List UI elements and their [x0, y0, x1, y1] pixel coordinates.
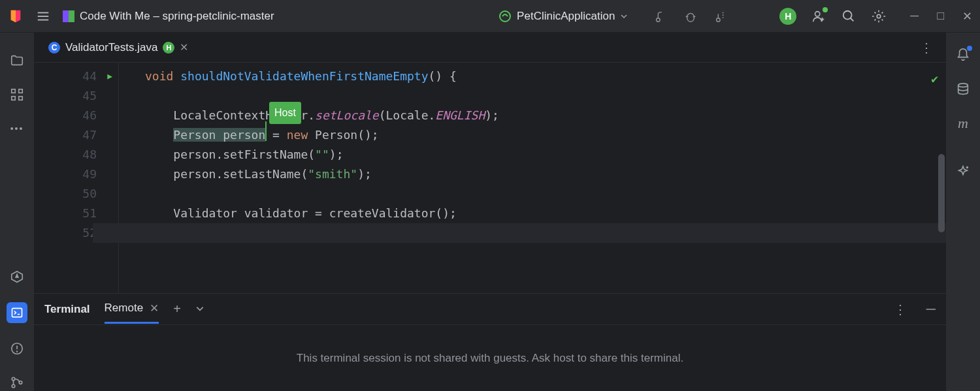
terminal-tab[interactable]: Remote ✕ — [105, 302, 159, 324]
line-number[interactable]: 44 — [34, 67, 119, 86]
svg-rect-23 — [19, 89, 23, 93]
svg-line-10 — [686, 16, 689, 17]
tab-more-icon[interactable]: ⋮ — [920, 40, 933, 55]
left-sidebar: ••• — [0, 33, 34, 391]
svg-rect-24 — [12, 97, 16, 101]
svg-point-15 — [723, 16, 724, 18]
svg-point-8 — [657, 18, 661, 22]
terminal-header: Terminal Remote ✕ + ⋮ ─ — [34, 294, 946, 325]
terminal-icon[interactable] — [7, 302, 27, 323]
close-button[interactable]: ✕ — [962, 9, 972, 23]
toolbar-run-icons — [653, 8, 728, 24]
window-controls: ─ □ ✕ — [910, 9, 972, 23]
terminal-panel: Terminal Remote ✕ + ⋮ ─ This terminal se… — [34, 293, 946, 391]
close-tab-icon[interactable]: ✕ — [180, 41, 188, 54]
close-terminal-tab-icon[interactable]: ✕ — [150, 302, 159, 315]
svg-point-13 — [723, 12, 724, 13]
maven-icon[interactable]: m — [955, 115, 972, 132]
code-editor[interactable]: 44 45 46 47 48 49 50 51 52 ✔ Host void s… — [34, 63, 946, 293]
svg-line-11 — [693, 16, 696, 17]
minimize-button[interactable]: ─ — [910, 9, 919, 23]
current-line-highlight — [93, 223, 946, 243]
more-run-icon[interactable] — [713, 8, 728, 24]
notifications-icon[interactable] — [955, 47, 972, 64]
svg-line-20 — [851, 18, 854, 21]
run-config-name: PetClinicApplication — [517, 10, 615, 23]
run-icon[interactable] — [653, 8, 668, 24]
svg-point-14 — [723, 14, 724, 16]
svg-point-33 — [12, 384, 15, 388]
more-tools-icon[interactable]: ••• — [8, 120, 25, 137]
svg-rect-25 — [19, 97, 23, 101]
svg-point-31 — [17, 351, 18, 352]
host-caret — [265, 121, 267, 141]
svg-point-36 — [967, 167, 968, 168]
user-avatar[interactable]: H — [779, 8, 796, 25]
line-number[interactable]: 47 — [34, 125, 119, 145]
spring-icon — [498, 10, 512, 23]
terminal-dropdown-icon[interactable] — [195, 302, 204, 317]
project-icon[interactable] — [8, 52, 25, 69]
debug-icon[interactable] — [683, 8, 698, 24]
tab-filename: ValidatorTests.java — [65, 41, 157, 54]
editor-tabs: C ValidatorTests.java H ✕ ⋮ — [34, 33, 946, 63]
chevron-down-icon — [620, 12, 628, 20]
scrollbar[interactable] — [938, 154, 945, 232]
main-menu-icon[interactable] — [35, 8, 51, 24]
problems-icon[interactable] — [8, 340, 25, 357]
line-number[interactable]: 51 — [34, 204, 119, 223]
terminal-tab-label: Remote — [105, 302, 144, 315]
inspection-ok-icon[interactable]: ✔ — [931, 69, 938, 89]
structure-icon[interactable] — [8, 86, 25, 103]
svg-point-12 — [717, 18, 721, 22]
invite-user-icon[interactable] — [811, 8, 826, 24]
code-content[interactable]: ✔ Host void shouldNotValidateWhenFirstNa… — [119, 63, 946, 293]
line-number[interactable]: 45 — [34, 86, 119, 106]
project-title-text: Code With Me – spring-petclinic-master — [80, 10, 274, 23]
ai-assistant-icon[interactable] — [955, 163, 972, 180]
add-terminal-icon[interactable]: + — [173, 302, 181, 317]
line-number[interactable]: 50 — [34, 184, 119, 204]
vcs-icon[interactable] — [8, 374, 25, 391]
terminal-more-icon[interactable]: ⋮ — [894, 302, 907, 317]
svg-marker-27 — [16, 274, 18, 277]
svg-rect-22 — [12, 89, 16, 93]
settings-icon[interactable] — [871, 8, 887, 24]
title-bar: Code With Me – spring-petclinic-master P… — [0, 0, 980, 33]
toolbar-right-icons: H — [779, 8, 887, 25]
svg-point-32 — [12, 377, 15, 381]
hide-terminal-icon[interactable]: ─ — [926, 302, 936, 317]
gutter[interactable]: 44 45 46 47 48 49 50 51 52 — [34, 63, 119, 293]
database-icon[interactable] — [955, 81, 972, 98]
java-class-icon: C — [48, 42, 60, 54]
project-title[interactable]: Code With Me – spring-petclinic-master — [63, 10, 274, 23]
host-cursor-label: Host — [269, 102, 301, 124]
svg-rect-5 — [63, 10, 69, 22]
terminal-title: Terminal — [44, 303, 90, 316]
search-icon[interactable] — [841, 8, 857, 24]
svg-rect-28 — [12, 308, 22, 317]
svg-point-35 — [958, 84, 968, 87]
right-sidebar: m — [946, 33, 980, 391]
svg-point-9 — [687, 13, 694, 22]
svg-rect-6 — [69, 10, 74, 22]
code-with-me-icon — [63, 10, 74, 22]
svg-point-16 — [815, 11, 820, 16]
svg-point-7 — [500, 11, 510, 22]
line-number[interactable]: 48 — [34, 145, 119, 164]
svg-point-21 — [877, 14, 881, 18]
app-logo-icon[interactable] — [8, 8, 24, 24]
file-tab[interactable]: C ValidatorTests.java H ✕ — [42, 33, 195, 63]
line-number[interactable]: 46 — [34, 106, 119, 125]
editor-area: C ValidatorTests.java H ✕ ⋮ 44 45 46 47 … — [34, 33, 946, 391]
host-badge: H — [163, 42, 174, 54]
services-icon[interactable] — [8, 268, 25, 285]
terminal-message: This terminal session is not shared with… — [34, 325, 946, 391]
run-config-selector[interactable]: PetClinicApplication — [498, 10, 628, 23]
svg-marker-1 — [11, 10, 16, 22]
svg-point-19 — [843, 10, 852, 19]
maximize-button[interactable]: □ — [937, 9, 944, 23]
line-number[interactable]: 49 — [34, 164, 119, 184]
